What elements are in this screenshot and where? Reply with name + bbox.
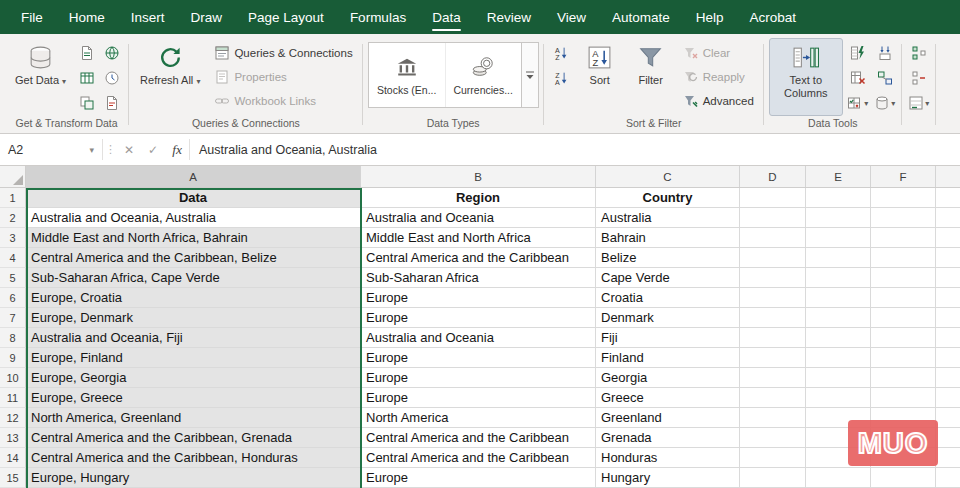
cell-A4[interactable]: Central America and the Caribbean, Beliz… (26, 248, 361, 268)
data-source-settings-button[interactable] (100, 91, 124, 115)
cell-F5[interactable] (871, 268, 936, 288)
cell-B13[interactable]: Central America and the Caribbean (361, 428, 596, 448)
row-header-12[interactable]: 12 (0, 408, 26, 428)
cell-D15[interactable] (740, 468, 806, 488)
row-header-15[interactable]: 15 (0, 468, 26, 488)
menu-tab-view[interactable]: View (544, 0, 599, 34)
cell-E11[interactable] (806, 388, 871, 408)
cell-F15[interactable] (871, 468, 936, 488)
cell-G5[interactable] (936, 268, 960, 288)
row-header-13[interactable]: 13 (0, 428, 26, 448)
cell-G15[interactable] (936, 468, 960, 488)
row-header-10[interactable]: 10 (0, 368, 26, 388)
column-header-d[interactable]: D (740, 166, 806, 187)
cell-C11[interactable]: Greece (596, 388, 740, 408)
cell-F3[interactable] (871, 228, 936, 248)
cell-G2[interactable] (936, 208, 960, 228)
cell-E5[interactable] (806, 268, 871, 288)
get-data-button[interactable]: Get Data ▾ (9, 38, 72, 116)
cell-F10[interactable] (871, 368, 936, 388)
cell-G3[interactable] (936, 228, 960, 248)
cell-D14[interactable] (740, 448, 806, 468)
menu-tab-formulas[interactable]: Formulas (337, 0, 419, 34)
gallery-more-button[interactable] (521, 43, 538, 107)
menu-tab-help[interactable]: Help (683, 0, 737, 34)
cell-G14[interactable] (936, 448, 960, 468)
remove-duplicates-button[interactable] (846, 66, 870, 90)
relationships-button[interactable] (873, 66, 897, 90)
refresh-all-button[interactable]: Refresh All ▾ (134, 38, 206, 116)
cell-B15[interactable]: Europe (361, 468, 596, 488)
cell-G13[interactable] (936, 428, 960, 448)
cell-E9[interactable] (806, 348, 871, 368)
cell-G12[interactable] (936, 408, 960, 428)
cell-D6[interactable] (740, 288, 806, 308)
from-web-button[interactable] (100, 41, 124, 65)
recent-sources-button[interactable] (100, 66, 124, 90)
from-text-csv-button[interactable] (75, 41, 99, 65)
cell-F1[interactable] (871, 188, 936, 208)
menu-tab-acrobat[interactable]: Acrobat (737, 0, 810, 34)
cell-E10[interactable] (806, 368, 871, 388)
menu-tab-insert[interactable]: Insert (118, 0, 178, 34)
cell-A9[interactable]: Europe, Finland (26, 348, 361, 368)
menu-tab-file[interactable]: File (8, 0, 56, 34)
row-header-3[interactable]: 3 (0, 228, 26, 248)
cell-C6[interactable]: Croatia (596, 288, 740, 308)
cell-E1[interactable] (806, 188, 871, 208)
name-box[interactable]: A2 ▾ (0, 134, 102, 165)
cell-C4[interactable]: Belize (596, 248, 740, 268)
sort-ascending-button[interactable]: AZ (549, 41, 573, 65)
column-header-b[interactable]: B (361, 166, 596, 187)
cell-B7[interactable]: Europe (361, 308, 596, 328)
cell-B4[interactable]: Central America and the Caribbean (361, 248, 596, 268)
cell-E2[interactable] (806, 208, 871, 228)
row-header-9[interactable]: 9 (0, 348, 26, 368)
cell-G4[interactable] (936, 248, 960, 268)
cell-D3[interactable] (740, 228, 806, 248)
cell-D13[interactable] (740, 428, 806, 448)
cell-B10[interactable]: Europe (361, 368, 596, 388)
cell-A15[interactable]: Europe, Hungary (26, 468, 361, 488)
cell-A11[interactable]: Europe, Greece (26, 388, 361, 408)
cell-D7[interactable] (740, 308, 806, 328)
cell-A10[interactable]: Europe, Georgia (26, 368, 361, 388)
stocks-data-type-button[interactable]: Stocks (En... (369, 43, 445, 107)
workbook-links-button[interactable]: Workbook Links (209, 89, 357, 112)
row-header-2[interactable]: 2 (0, 208, 26, 228)
cell-G9[interactable] (936, 348, 960, 368)
cell-G11[interactable] (936, 388, 960, 408)
cancel-button[interactable]: ✕ (117, 134, 141, 165)
cell-F2[interactable] (871, 208, 936, 228)
cell-E7[interactable] (806, 308, 871, 328)
cell-C5[interactable]: Cape Verde (596, 268, 740, 288)
column-header-partial[interactable] (936, 166, 960, 187)
cell-G7[interactable] (936, 308, 960, 328)
row-header-6[interactable]: 6 (0, 288, 26, 308)
cell-B3[interactable]: Middle East and North Africa (361, 228, 596, 248)
sort-button[interactable]: AZ Sort (576, 38, 624, 116)
cell-B6[interactable]: Europe (361, 288, 596, 308)
cell-F7[interactable] (871, 308, 936, 328)
cell-C12[interactable]: Greenland (596, 408, 740, 428)
properties-button[interactable]: Properties (209, 65, 357, 88)
cell-G1[interactable] (936, 188, 960, 208)
cell-A7[interactable]: Europe, Denmark (26, 308, 361, 328)
cell-A5[interactable]: Sub-Saharan Africa, Cape Verde (26, 268, 361, 288)
cell-C10[interactable]: Georgia (596, 368, 740, 388)
menu-tab-review[interactable]: Review (474, 0, 544, 34)
advanced-filter-button[interactable]: Advanced (678, 89, 759, 112)
cell-C15[interactable]: Hungary (596, 468, 740, 488)
cell-C1[interactable]: Country (596, 188, 740, 208)
cell-A14[interactable]: Central America and the Caribbean, Hondu… (26, 448, 361, 468)
formula-input[interactable]: Australia and Oceania, Australia (190, 134, 960, 165)
cell-F11[interactable] (871, 388, 936, 408)
cell-D11[interactable] (740, 388, 806, 408)
consolidate-button[interactable] (873, 41, 897, 65)
group-outline-button[interactable] (907, 41, 931, 65)
insert-function-button[interactable]: fx (165, 134, 189, 165)
row-header-14[interactable]: 14 (0, 448, 26, 468)
cell-C13[interactable]: Grenada (596, 428, 740, 448)
cell-A3[interactable]: Middle East and North Africa, Bahrain (26, 228, 361, 248)
column-header-f[interactable]: F (871, 166, 936, 187)
